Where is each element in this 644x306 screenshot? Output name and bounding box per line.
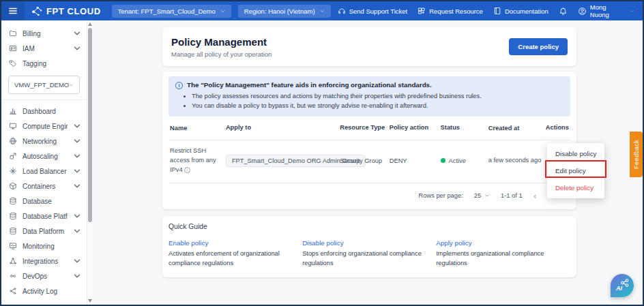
person-circle-icon [578,7,587,16]
fpt-cloud-logo[interactable]: FPT CLOUD [31,5,101,17]
tenant-dropdown[interactable]: Tenant: FPT_Smart_Cloud_Demo [112,5,231,18]
sidebar-item-load-balancer[interactable]: Load Balancer [1,164,87,179]
bell-icon [559,7,568,16]
banner-bullet: The policy assesses resources and action… [192,91,564,101]
edit-policy-menu-item[interactable]: Edit policy [547,162,604,179]
hamburger-menu-button[interactable] [1,1,25,20]
enable-policy-link[interactable]: Enable policy [169,239,290,247]
policy-name-cell: Restrict SSH access from any IPv4i [170,147,226,175]
sidebar-item-label: Tagging [23,60,81,67]
status-active-dot [441,158,445,163]
sidebar-item-label: Autoscaling [23,153,68,160]
logo-molecule-icon [31,5,43,17]
scrollbar-thumb[interactable] [88,28,92,222]
sidebar-item-integrations[interactable]: Integrations [1,254,87,269]
sidebar-scrollbar[interactable] [87,20,93,305]
banner-bullet: You can disable a policy to bypass it, b… [192,101,564,110]
sidebar-item-devops[interactable]: DevOps [1,269,87,284]
sidebar-item-networking[interactable]: Networking [1,134,87,149]
grid-plus-icon [418,7,426,15]
billing-icon [9,29,17,37]
sidebar-item-monitoring[interactable]: Monitoring [1,239,87,254]
documentation-link[interactable]: Documentation [493,7,548,15]
previous-page-button[interactable]: ‹ [533,192,537,200]
user-menu[interactable]: Mong Nuong [578,3,634,18]
sidebar-item-containers[interactable]: Containers [1,179,87,194]
info-banner: i The "Policy Management" feature aids i… [169,76,570,117]
notifications-button[interactable] [559,7,568,16]
sidebar-item-billing[interactable]: Billing [1,26,87,41]
project-selector-dropdown[interactable]: VMW_FPT_DEMO [8,76,80,94]
sidebar-item-label: DevOps [23,273,68,280]
headset-icon [338,7,346,15]
chevron-down-icon [73,227,81,235]
page-title: Policy Management [171,36,272,48]
disable-policy-menu-item[interactable]: Disable policy [547,145,604,162]
apply-policy-link[interactable]: Apply policy [436,239,557,247]
sidebar-navigation: Billing IAM Tagging VMW_FPT_DEMO Dashboa… [1,20,87,305]
policy-info-icon[interactable]: i [184,167,190,173]
sidebar-item-activity-log[interactable]: Activity Log [1,284,87,299]
sidebar-item-data-platform[interactable]: Data Platform [1,224,87,239]
chevron-down-icon [320,9,325,14]
delete-policy-menu-item[interactable]: Delete policy [547,179,604,196]
disable-policy-description: Stops enforcing organizational complianc… [302,249,424,269]
chevron-down-icon [73,137,81,145]
feedback-tab[interactable]: Feedback [630,132,643,177]
scrollbar-up-arrow[interactable] [88,22,92,26]
info-icon: i [175,82,183,89]
column-header-apply-to: Apply to [226,124,340,131]
networking-icon [9,137,17,145]
column-header-policy-action: Policy action [390,124,441,131]
sidebar-item-label: Containers [23,183,68,190]
sidebar-item-dashboard[interactable]: Dashboard [1,104,87,119]
rows-per-page-select[interactable]: 25 [474,192,490,199]
svg-text:AI: AI [615,285,622,292]
ai-assistant-bubble[interactable]: AI [611,274,634,297]
compute-engine-icon [9,122,17,130]
top-navigation-bar: FPT CLOUD Tenant: FPT_Smart_Cloud_Demo R… [1,1,643,20]
documentation-label: Documentation [505,7,548,15]
sidebar-item-label: Monitoring [23,243,81,250]
quick-guide-entry: Enable policy Activates enforcement of o… [169,239,302,269]
monitoring-icon [9,242,17,250]
topbar-actions: Send Support Ticket Request Resource Doc… [338,3,634,18]
chevron-down-icon [73,167,81,175]
send-support-ticket-link[interactable]: Send Support Ticket [338,7,408,15]
disable-policy-link[interactable]: Disable policy [302,239,424,247]
database-icon [9,212,17,220]
sidebar-item-tagging[interactable]: Tagging [1,56,87,71]
chevron-down-icon [73,212,81,220]
book-icon [493,7,501,15]
region-dropdown[interactable]: Region: Hanoi (Vietnam) [238,5,331,18]
rows-per-page-value: 25 [474,192,481,199]
column-header-resource-type: Resource Type [340,124,390,131]
table-header-row: Name Apply to Resource Type Policy actio… [169,117,570,140]
sidebar-item-database-platform[interactable]: Database Platform [1,209,87,224]
integrations-icon [9,257,17,265]
database-icon [9,227,17,235]
rows-per-page-label: Rows per page: [419,192,463,199]
page-subtitle: Manage all policy of your operation [171,50,272,58]
user-name: Mong Nuong [590,3,626,18]
sidebar-item-database[interactable]: Database [1,194,87,209]
column-header-actions: Actions [542,124,569,131]
sidebar-item-label: Compute Engine [23,123,68,130]
chevron-down-icon [73,29,81,37]
apply-policy-description: Implements organizational compliance reg… [436,249,557,269]
sidebar-item-autoscaling[interactable]: Autoscaling [1,149,87,164]
sidebar-item-label: IAM [23,45,68,52]
create-policy-button[interactable]: Create policy [509,38,568,55]
sidebar-item-iam[interactable]: IAM [1,41,87,56]
sidebar-item-compute-engine[interactable]: Compute Engine [1,119,87,134]
quick-guide-entry: Disable policy Stops enforcing organizat… [302,239,436,269]
tenant-label: Tenant: FPT_Smart_Cloud_Demo [118,7,216,15]
status-badge: Active [449,157,466,164]
chevron-down-icon [69,82,74,88]
request-resource-link[interactable]: Request Resource [418,7,483,15]
sidebar-item-label: Data Platform [23,228,68,235]
logo-text: FPT CLOUD [46,6,101,16]
scrollbar-down-arrow[interactable] [88,299,92,303]
hamburger-icon [8,6,18,16]
pagination-bar: Rows per page: 25 1-1 of 1 ‹ › [169,183,570,209]
